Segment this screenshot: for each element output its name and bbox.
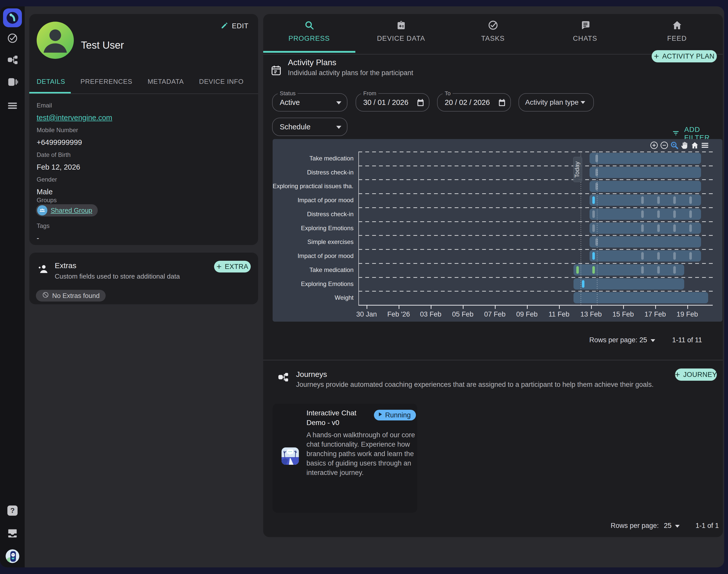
journey-avatar xyxy=(282,447,299,465)
gantt-bar[interactable] xyxy=(573,264,684,276)
intervengine-logo[interactable] xyxy=(3,8,22,27)
zoom-in-icon[interactable] xyxy=(650,141,658,150)
menu-icon[interactable] xyxy=(7,100,18,111)
play-icon xyxy=(377,411,383,419)
gantt-bar[interactable] xyxy=(590,209,701,220)
gantt-bar-tick xyxy=(641,224,644,232)
to-date-filter[interactable]: To 20 / 02 / 2026 xyxy=(437,93,511,112)
person-add-icon xyxy=(37,263,49,275)
gantt-bar-tick xyxy=(657,252,660,260)
field-value: Feb 12, 2026 xyxy=(37,163,80,171)
profile-name: Test User xyxy=(81,39,124,51)
inbox-icon[interactable] xyxy=(7,528,18,538)
gantt-row-label: Exploring Emotions xyxy=(272,277,353,291)
gantt-bar-tick xyxy=(592,210,595,218)
tab-tasks[interactable]: TASKS xyxy=(447,18,539,51)
app-window: ? Test User EDIT DETAILSPREFERENCESMETAD… xyxy=(0,6,724,567)
tab-preferences[interactable]: PREFERENCES xyxy=(80,78,132,86)
chevron-down-icon xyxy=(581,101,585,104)
chevron-down-icon[interactable] xyxy=(651,339,655,342)
activity-plan-type-filter[interactable]: Activity plan type xyxy=(518,93,594,112)
tab-device-info[interactable]: DEVICE INFO xyxy=(199,78,244,86)
field-label-tags: Tags xyxy=(37,222,50,230)
selection-zoom-icon[interactable] xyxy=(670,141,679,150)
menu-icon[interactable] xyxy=(701,141,709,150)
journeys-icon[interactable] xyxy=(7,54,18,66)
gantt-bar-tick xyxy=(689,210,692,218)
gantt-bar[interactable] xyxy=(590,153,701,164)
field-label-groups: Groups xyxy=(37,197,57,204)
field-label-date-of-birth: Date of Birth xyxy=(37,151,71,158)
reset-home-icon[interactable] xyxy=(691,141,699,150)
gantt-bar-tick xyxy=(641,266,644,274)
rows-per-page-select[interactable]: 25 xyxy=(639,336,647,344)
gantt-bar-tick xyxy=(673,266,676,274)
pagination-range: 1-1 of 1 xyxy=(687,522,719,530)
gantt-row-label: Distress check-in xyxy=(272,166,353,179)
axis-tick-label: 13 Feb xyxy=(581,311,602,318)
gantt-bar[interactable] xyxy=(590,167,701,178)
group-chip[interactable]: Shared Group xyxy=(36,204,98,216)
help-icon[interactable]: ? xyxy=(7,505,17,516)
field-label-gender: Gender xyxy=(37,176,57,183)
gantt-bar[interactable] xyxy=(573,292,708,303)
check-circle-icon xyxy=(447,20,539,31)
badge-icon xyxy=(355,20,447,31)
journeys-icon xyxy=(277,372,289,383)
tab-device-data[interactable]: DEVICE DATA xyxy=(355,18,447,51)
gantt-bar[interactable] xyxy=(590,236,701,248)
field-label-mobile-number: Mobile Number xyxy=(37,127,78,134)
email-link[interactable]: test@intervengine.com xyxy=(37,114,112,122)
tasks-icon[interactable] xyxy=(7,33,18,44)
tab-metadata[interactable]: METADATA xyxy=(147,78,184,86)
block-icon xyxy=(42,291,49,300)
axis-tick-label: 03 Feb xyxy=(420,311,441,318)
gantt-bar[interactable] xyxy=(590,250,701,261)
chevron-down-icon xyxy=(336,126,341,129)
extras-card: Extras Custom fields used to store addit… xyxy=(29,253,258,304)
journey-card[interactable]: Interactive Chat Demo - v0 Running A han… xyxy=(272,404,417,512)
add-journey-button[interactable]: + JOURNEY xyxy=(675,368,717,381)
today-line xyxy=(597,152,597,305)
profile-card: Test User EDIT DETAILSPREFERENCESMETADAT… xyxy=(29,14,258,245)
gantt-bar-tick xyxy=(673,252,676,260)
gantt-bar-tick xyxy=(641,210,644,218)
gantt-row-label: Take medication xyxy=(272,263,353,277)
today-label: Today xyxy=(573,157,582,182)
gantt-bar-tick xyxy=(657,210,660,218)
gantt-bar[interactable] xyxy=(590,222,701,234)
status-filter[interactable]: Status Active xyxy=(272,93,347,112)
chevron-down-icon[interactable] xyxy=(675,525,680,528)
tab-feed[interactable]: FEED xyxy=(631,18,723,51)
activity-gantt-chart: Take medicationDistress check-inExplorin… xyxy=(272,139,722,322)
add-activity-plan-button[interactable]: + ACTIVITY PLAN xyxy=(652,50,717,63)
axis-tick-label: 09 Feb xyxy=(516,311,538,318)
gantt-bar[interactable] xyxy=(590,195,701,206)
gantt-bar-tick xyxy=(673,196,676,204)
gantt-row-label: Take medication xyxy=(272,152,353,166)
pan-icon[interactable] xyxy=(680,141,689,150)
rows-per-page-select[interactable]: 25 xyxy=(664,522,672,530)
profile-avatar xyxy=(37,22,74,59)
chat-icon xyxy=(539,20,631,31)
gantt-bar[interactable] xyxy=(590,181,701,192)
schedule-filter[interactable]: Schedule xyxy=(272,118,347,136)
cards-icon[interactable] xyxy=(7,76,18,88)
journeys-title: Journeys xyxy=(296,370,327,379)
tab-progress[interactable]: PROGRESS xyxy=(263,18,355,51)
add-extra-button[interactable]: + EXTRA xyxy=(214,261,251,273)
from-date-filter[interactable]: From 30 / 01 / 2026 xyxy=(355,93,429,112)
user-avatar[interactable] xyxy=(6,549,19,563)
profile-tab-bar: DETAILSPREFERENCESMETADATADEVICE INFO xyxy=(37,78,244,86)
gantt-bar-tick xyxy=(595,169,598,176)
running-status-badge: Running xyxy=(374,410,416,420)
calendar-icon xyxy=(498,98,506,107)
tab-details[interactable]: DETAILS xyxy=(37,78,65,86)
edit-button[interactable]: EDIT xyxy=(221,22,249,30)
gantt-row-label: Distress check-in xyxy=(272,207,353,221)
tab-chats[interactable]: CHATS xyxy=(539,18,631,51)
gantt-bar[interactable] xyxy=(573,278,684,290)
activity-plans-subtitle: Individual activity plans for the partic… xyxy=(288,69,413,77)
group-chip-label: Shared Group xyxy=(51,207,92,214)
zoom-out-icon[interactable] xyxy=(660,141,669,150)
